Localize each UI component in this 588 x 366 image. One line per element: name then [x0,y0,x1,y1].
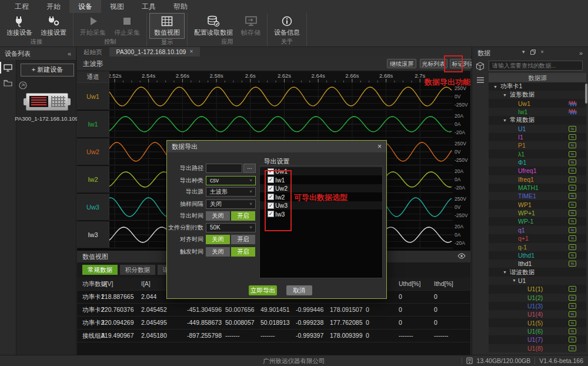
tree-item-Uthd1[interactable]: Uthd1% [489,251,586,259]
export-now-button[interactable]: 立即导出 [249,285,277,295]
tree-scrollbar[interactable] [585,84,587,104]
tree-item-q-1[interactable]: q-1% [489,243,586,251]
channel-label-Iw1[interactable]: Iw1 [77,111,109,138]
dialog-close-icon[interactable]: × [377,143,382,150]
tab-start[interactable]: 起始页 [76,47,109,56]
tree-item-q1[interactable]: q1% [489,226,586,234]
ribbon-button-plug-gear[interactable]: 连接设置 [36,14,71,38]
tab-close-icon[interactable]: × [189,47,193,56]
menu-item-2[interactable]: 开始 [38,0,69,13]
export-path-input[interactable] [206,164,242,173]
tree-expander-icon[interactable]: ▼ [503,93,507,97]
tree-item-Ithd1[interactable]: Ithd1% [489,259,586,268]
tree-item-U1(1)[interactable]: U1(1)% [489,285,586,293]
tree-item-WP1[interactable]: WP1% [489,201,586,209]
window-restore-icon[interactable] [530,49,536,55]
tree-item-1[interactable]: λ1% [489,150,586,158]
tree-expander-icon[interactable]: ▼ [503,270,507,274]
tree-expander-icon[interactable]: ▼ [493,85,497,89]
folder-icon[interactable] [0,75,16,91]
ribbon-button-plug[interactable]: 连接设备 [2,14,36,38]
channel-label-Iw2[interactable]: Iw2 [77,166,109,193]
menu-item-6[interactable]: 帮助 [165,0,196,13]
toggle-on-button[interactable]: 开启 [231,247,255,257]
channel-label-Uw1[interactable]: Uw1 [77,83,109,110]
cancel-button[interactable]: 取消 [286,285,312,295]
data-list-icon[interactable] [476,76,485,84]
browse-button[interactable]: ... [243,164,256,173]
numeric-tab-2[interactable]: 积分数据 [120,265,155,275]
field-select[interactable]: 主波形˅ [206,187,256,197]
tree-item-U1(8)[interactable]: U1(8)% [489,344,586,352]
tree-expander-icon[interactable]: ▼ [503,118,507,122]
tree-item-MATH1[interactable]: MATH1% [489,184,586,192]
tree-item-label: I1 [518,134,523,141]
ribbon-button-database[interactable]: 配置读取数据 [190,14,237,38]
tab-close-all-icon[interactable]: × [541,49,544,55]
channel-label-Iw3[interactable]: Iw3 [77,221,109,248]
tab-device[interactable]: PA300_1-172.168.10.109× [109,47,201,56]
table-cell: 0 [366,306,369,313]
numeric-tab-1[interactable]: 常规数据 [82,265,118,275]
channel-plot-Uw1[interactable] [109,83,453,110]
tree-item-[interactable]: ▼波形数据 [489,91,586,99]
new-device-button[interactable]: + 新建设备 [21,64,74,76]
ribbon-button-table[interactable]: 数值视图 [149,13,185,39]
toggle-off-button[interactable]: 关闭 [206,235,230,244]
datasource-cube-icon[interactable] [476,62,485,71]
tree-item-Uw1[interactable]: Uw1 [489,99,586,108]
search-input[interactable] [489,61,583,71]
field-label: 触发时间 [168,247,203,257]
wave-button-1[interactable]: 继续滚屏 [387,59,416,68]
tree-item-1[interactable]: Φ1% [489,158,586,167]
ribbon-button-info[interactable]: 设备信息 [270,14,304,38]
field-select[interactable]: csv˅ [206,176,256,185]
tree-item-P1[interactable]: P1% [489,141,586,149]
tree-item-U1(6)[interactable]: U1(6)% [489,327,586,335]
tree-item-Ifreq1[interactable]: Ifreq1% [489,175,586,184]
tree-expander-icon[interactable]: ▼ [512,278,516,282]
tree-item-1[interactable]: ▼功率卡1 [489,82,586,91]
eye-icon[interactable] [457,252,466,259]
value-badge-icon: % [569,311,576,317]
tree-item-U1(7)[interactable]: U1(7)% [489,335,586,344]
toggle-off-button[interactable]: 关闭 [206,247,230,257]
table-row-2[interactable]: 功率卡2220.7603762.045452-451.30459650.0076… [77,304,470,317]
channel-label-Uw3[interactable]: Uw3 [77,194,109,221]
table-row-3[interactable]: 功率卡3220.0942692.045495-449.85867350.0080… [77,317,470,330]
tree-item-[interactable]: ▼谐波数据 [489,268,586,277]
tree-item-WP-1[interactable]: WP-1% [489,217,586,225]
device-view-icon[interactable] [0,60,16,75]
channel-label-Uw2[interactable]: Uw2 [77,138,109,165]
toggle-off-button[interactable]: 关闭 [206,211,230,221]
device-card[interactable]: PA300_1-172.168.10.109 [18,79,75,167]
value-badge-icon: % [569,134,576,140]
field-select[interactable]: 50K˅ [206,223,256,232]
tree-item-U1[interactable]: ▼U1 [489,277,586,285]
tree-item-[interactable]: ▼常规数据 [489,116,586,124]
tree-item-I1[interactable]: I1% [489,133,586,141]
menu-item-3[interactable]: 设备 [69,0,101,13]
toggle-on-button[interactable]: 开启 [231,211,255,221]
menu-item-4[interactable]: 视图 [101,0,133,13]
tabs-dropdown-icon[interactable]: ▾ [522,49,525,55]
menu-item-1[interactable]: 工程 [6,0,38,13]
tree-item-U1(4)[interactable]: U1(4)% [489,310,586,318]
menu-item-5[interactable]: 工具 [133,0,165,13]
tree-item-U1(2)[interactable]: U1(2)% [489,294,586,302]
tree-item-q+1[interactable]: q+1% [489,234,586,242]
dialog-titlebar[interactable]: 数据导出 × [167,141,386,152]
tree-item-TIME1[interactable]: TIME1% [489,192,586,200]
table-row-4[interactable]: 接线组A219.4909672.045180-897.255798-------… [77,330,470,342]
channel-plot-Iw1[interactable] [109,111,453,138]
tree-item-U1[interactable]: U1% [489,125,586,133]
tree-item-Iw1[interactable]: Iw1 [489,108,586,116]
collapse-panel-button[interactable]: « [68,50,71,57]
tree-item-WP+1[interactable]: WP+1% [489,209,586,217]
toggle-on-button[interactable]: 开启 [231,235,255,244]
tree-item-U1(3)[interactable]: U1(3)% [489,302,586,310]
tree-item-U1(5)[interactable]: U1(5)% [489,319,586,327]
field-select[interactable]: 关闭˅ [206,199,256,209]
tree-item-Ufreq1[interactable]: Ufreq1% [489,167,586,175]
wave-button-2[interactable]: 光标列表 [420,59,447,68]
